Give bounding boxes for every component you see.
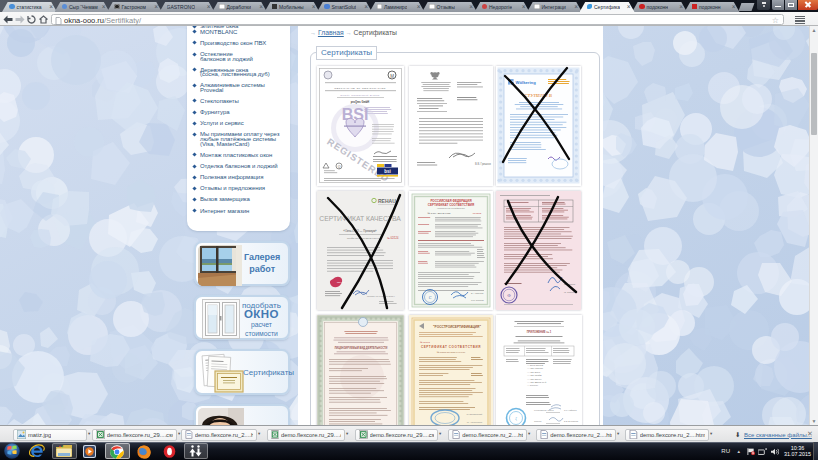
svg-text:— VEK Багет: — VEK Багет [527,370,540,372]
svg-text:№ РОСС.RU.И039.04ЖЖ10: № РОСС.RU.И039.04ЖЖ10 [437,350,466,352]
svg-text:В.А. Иванова: В.А. Иванова [471,292,484,294]
svg-text:СЕРТИФИКАТ СООТВЕТСТВИЯ: СЕРТИФИКАТ СООТВЕТСТВИЯ [421,345,481,349]
svg-text:CERTIFICATE OF REGISTRATION: CERTIFICATE OF REGISTRATION [334,87,386,90]
svg-text:Wölkering: Wölkering [516,80,537,85]
svg-text:СТУПЕНИ В: СТУПЕНИ В [524,93,552,98]
svg-text:В.В. Гришков: В.В. Гришков [475,162,491,166]
svg-text:— VEK Классик: — VEK Классик [527,367,543,369]
svg-text:REHAU: REHAU [337,281,345,283]
svg-text:Ю. Александров: Ю. Александров [467,421,482,423]
svg-text:(обязательная сертификация): (обязательная сертификация) [437,206,465,208]
svg-text:ПРИЛОЖЕНИЕ № 1: ПРИЛОЖЕНИЕ № 1 [527,329,552,333]
svg-text:№ 0341/2: № 0341/2 [420,340,430,342]
svg-text:"РОССТРОЙСЕРТИФИКАЦИЯ": "РОССТРОЙСЕРТИФИКАЦИЯ" [433,325,481,329]
svg-text:— VEK Прайм: — VEK Прайм [527,374,542,376]
svg-text:C: C [429,294,432,299]
svg-text:С.Р. Нафиков: С.Р. Нафиков [564,409,576,411]
svg-text:ЛИЦЕНЗИРУЕМЫЙ ВИД ДЕЯТЕЛЬНОСТИ: ЛИЦЕНЗИРУЕМЫЙ ВИД ДЕЯТЕЛЬНОСТИ [335,346,388,350]
svg-text:профи Окна-Премиум клиент: профи Окна-Премиум клиент [347,237,381,240]
svg-text:ξ: ξ [515,416,517,421]
svg-text:Е.В. Дубовская: Е.В. Дубовская [564,420,578,422]
svg-text:№ 02/124: № 02/124 [387,236,399,240]
svg-text:Руководитель органа: Руководитель органа [534,409,555,411]
svg-text:— Торонто: — Торонто [527,384,539,386]
svg-text:BSI: BSI [342,106,369,123]
svg-text:0845172: 0845172 [473,211,482,213]
svg-text:Q: Q [338,165,341,169]
svg-text:— VEK Штерн: — VEK Штерн [527,377,542,379]
svg-text:— VEK ДЕМО 70-й: — VEK ДЕМО 70-й [527,381,547,383]
svg-text:M: M [390,74,394,79]
svg-text:— Окна Систем: — Окна Систем [527,364,544,366]
svg-text:«Окна-ООО — Премиум»: «Окна-ООО — Премиум» [343,229,377,233]
svg-text:Quality Management System: Quality Management System [340,94,379,97]
svg-text:гл. Эксперт: гл. Эксперт [564,291,575,293]
svg-text:С.Г.Василевский: С.Г.Василевский [467,413,482,415]
svg-text:Ф: Ф [507,293,511,298]
svg-text:bsi: bsi [384,169,391,174]
svg-text:proQms GmbH: proQms GmbH [351,100,370,104]
svg-text:№ С-RU.АВ71.В.04851: № С-RU.АВ71.В.04851 [427,211,451,213]
svg-text:REHAU: REHAU [378,197,396,203]
svg-text:Эксперт: Эксперт [534,420,542,422]
svg-text:М.П. Петрова: М.П. Петрова [471,299,484,301]
